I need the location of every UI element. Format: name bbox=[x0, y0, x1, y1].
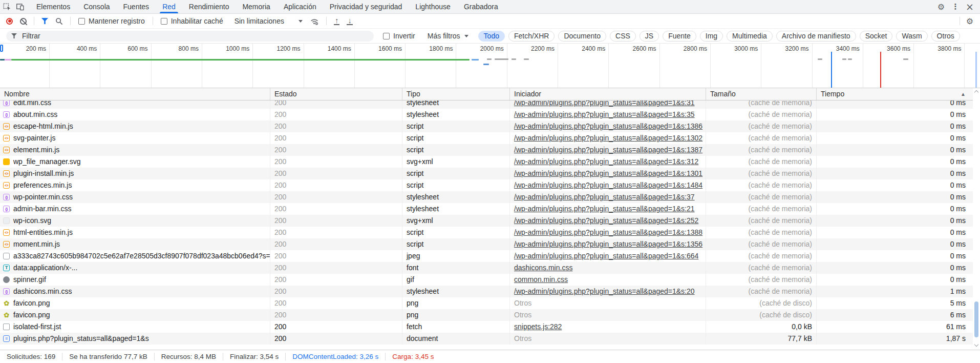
column-header-iniciador[interactable]: Iniciador bbox=[510, 88, 706, 100]
vertical-scrollbar[interactable] bbox=[973, 88, 980, 350]
filter-toggle-button[interactable] bbox=[41, 18, 48, 24]
tab-lighthouse[interactable]: Lighthouse bbox=[409, 0, 457, 13]
initiator-link[interactable]: /wp-admin/plugins.php?plugin_status=all&… bbox=[514, 100, 695, 107]
network-conditions-button[interactable] bbox=[310, 17, 319, 26]
request-row[interactable]: <>svg-painter.js200script/wp-admin/plugi… bbox=[0, 132, 980, 144]
tab-privacidad-y-seguridad[interactable]: Privacidad y seguridad bbox=[323, 0, 409, 13]
network-settings-gear-icon[interactable]: ⚙ bbox=[964, 15, 976, 27]
throttling-dropdown[interactable]: Sin limitaciones bbox=[235, 17, 303, 25]
initiator-link[interactable]: /wp-admin/plugins.php?plugin_status=all&… bbox=[514, 169, 702, 177]
invert-filter-checkbox[interactable]: Invertir bbox=[383, 32, 415, 40]
filter-input[interactable] bbox=[21, 31, 369, 41]
request-row[interactable]: {}admin-bar.min.css200stylesheet/wp-admi… bbox=[0, 203, 980, 215]
tab-red[interactable]: Red bbox=[156, 0, 182, 13]
filter-chip-img[interactable]: Img bbox=[700, 31, 723, 42]
request-row[interactable]: ≡plugins.php?plugin_status=all&paged=1&s… bbox=[0, 333, 980, 345]
filter-chip-fetch-xhr[interactable]: Fetch/XHR bbox=[508, 31, 555, 42]
filter-chip-wasm[interactable]: Wasm bbox=[896, 31, 927, 42]
more-filters-dropdown[interactable]: Más filtros bbox=[428, 32, 468, 40]
request-row[interactable]: wp-icon.svg200svg+xml/wp-admin/plugins.p… bbox=[0, 215, 980, 227]
request-row[interactable]: <>plugin-install.min.js200script/wp-admi… bbox=[0, 168, 980, 179]
request-row[interactable]: <>html-entities.min.js200script/wp-admin… bbox=[0, 227, 980, 238]
column-header-tipo[interactable]: Tipo bbox=[402, 88, 510, 100]
initiator-link[interactable]: /wp-admin/plugins.php?plugin_status=all&… bbox=[514, 287, 695, 295]
request-time-cell: 6 ms bbox=[817, 309, 980, 321]
initiator-link[interactable]: /wp-admin/plugins.php?plugin_status=all&… bbox=[514, 252, 698, 260]
device-toolbar-icon[interactable] bbox=[13, 0, 27, 13]
initiator-link[interactable]: common.min.css bbox=[514, 275, 568, 284]
close-icon[interactable]: × bbox=[964, 1, 976, 13]
filter-chip-todo[interactable]: Todo bbox=[478, 31, 505, 42]
column-header-nombre[interactable]: Nombre bbox=[0, 88, 270, 100]
initiator-link[interactable]: dashicons.min.css bbox=[514, 264, 572, 272]
request-row[interactable]: <>preferences.min.js200script/wp-admin/p… bbox=[0, 179, 980, 191]
initiator-link[interactable]: snippets.js:282 bbox=[514, 322, 562, 331]
inspect-element-icon[interactable] bbox=[0, 0, 13, 13]
initiator-link[interactable]: /wp-admin/plugins.php?plugin_status=all&… bbox=[514, 157, 698, 166]
overview-right-edge[interactable] bbox=[975, 52, 977, 88]
request-row[interactable]: ✿favicon.png200pngOtros(caché de disco)5… bbox=[0, 297, 980, 309]
request-row[interactable]: {}about.min.css200stylesheet/wp-admin/pl… bbox=[0, 109, 980, 120]
export-har-button[interactable]: ↓ bbox=[347, 17, 353, 25]
preserve-log-checkbox[interactable]: Mantener registro bbox=[78, 17, 145, 25]
column-header-tama-o[interactable]: Tamaño bbox=[706, 88, 817, 100]
filter-chip-archivo-de-manifiesto[interactable]: Archivo de manifiesto bbox=[776, 31, 856, 42]
record-network-log-button[interactable] bbox=[6, 18, 13, 25]
network-overview-timeline[interactable]: 200 ms400 ms600 ms800 ms1000 ms1200 ms14… bbox=[0, 44, 980, 88]
request-row[interactable]: {}wp-pointer.min.css200stylesheet/wp-adm… bbox=[0, 191, 980, 203]
initiator-link[interactable]: /wp-admin/plugins.php?plugin_status=all&… bbox=[514, 146, 702, 154]
request-row[interactable]: isolated-first.jst200fetchsnippets.js:28… bbox=[0, 321, 980, 333]
tab-grabadora[interactable]: Grabadora bbox=[457, 0, 505, 13]
request-name: svg-painter.js bbox=[13, 132, 55, 144]
settings-gear-icon[interactable]: ⚙ bbox=[935, 1, 947, 13]
request-row[interactable]: {}dashicons.min.css200stylesheet/wp-admi… bbox=[0, 286, 980, 297]
request-row[interactable]: <>moment.min.js200script/wp-admin/plugin… bbox=[0, 238, 980, 250]
initiator-link[interactable]: /wp-admin/plugins.php?plugin_status=all&… bbox=[514, 181, 702, 189]
filter-chip-otros[interactable]: Otros bbox=[931, 31, 960, 42]
tab-memoria[interactable]: Memoria bbox=[236, 0, 276, 13]
request-row[interactable]: {}edit.min.css200stylesheet/wp-admin/plu… bbox=[0, 100, 980, 109]
filter-chip-fuente[interactable]: Fuente bbox=[663, 31, 696, 42]
filter-chip-documento[interactable]: Documento bbox=[558, 31, 606, 42]
request-row[interactable]: a333ca82743c605b984702c5e62af7e28505d3cf… bbox=[0, 250, 980, 262]
request-row[interactable]: ✿favicon.png200pngOtros(caché de disco)6… bbox=[0, 309, 980, 321]
column-header-tiempo[interactable]: Tiempo▲ bbox=[817, 88, 980, 100]
overview-left-handle[interactable] bbox=[0, 45, 3, 52]
tab-rendimiento[interactable]: Rendimiento bbox=[182, 0, 236, 13]
tab-consola[interactable]: Consola bbox=[77, 0, 116, 13]
filter-chip-multimedia[interactable]: Multimedia bbox=[727, 31, 773, 42]
initiator-link[interactable]: /wp-admin/plugins.php?plugin_status=all&… bbox=[514, 205, 695, 213]
request-row[interactable]: Tdata:application/x-...200fontdashicons.… bbox=[0, 262, 980, 274]
request-type-cell: script bbox=[402, 144, 510, 156]
initiator-link[interactable]: /wp-admin/plugins.php?plugin_status=all&… bbox=[514, 110, 695, 118]
initiator-link[interactable]: /wp-admin/plugins.php?plugin_status=all&… bbox=[514, 122, 702, 130]
request-status-cell: 200 bbox=[270, 109, 402, 120]
request-row[interactable]: spinner.gif200gifcommon.min.css(caché de… bbox=[0, 274, 980, 286]
request-type-cell: font bbox=[402, 262, 510, 274]
request-status-cell: 200 bbox=[270, 227, 402, 238]
import-har-button[interactable]: ↑ bbox=[334, 17, 340, 25]
tab-elementos[interactable]: Elementos bbox=[30, 0, 77, 13]
tab-aplicaci-n[interactable]: Aplicación bbox=[277, 0, 323, 13]
scroll-down-icon[interactable] bbox=[974, 342, 978, 347]
request-row[interactable]: <>element.min.js200script/wp-admin/plugi… bbox=[0, 144, 980, 156]
search-button[interactable] bbox=[55, 17, 63, 25]
request-row[interactable]: wp_file_manager.svg200svg+xml/wp-admin/p… bbox=[0, 156, 980, 168]
initiator-link[interactable]: /wp-admin/plugins.php?plugin_status=all&… bbox=[514, 216, 698, 225]
initiator-link[interactable]: /wp-admin/plugins.php?plugin_status=all&… bbox=[514, 193, 695, 201]
filter-chip-js[interactable]: JS bbox=[640, 31, 659, 42]
column-header-estado[interactable]: Estado bbox=[270, 88, 402, 100]
initiator-link[interactable]: /wp-admin/plugins.php?plugin_status=all&… bbox=[514, 134, 702, 142]
initiator-link[interactable]: /wp-admin/plugins.php?plugin_status=all&… bbox=[514, 240, 702, 248]
clear-network-log-button[interactable] bbox=[20, 18, 27, 25]
initiator-link[interactable]: /wp-admin/plugins.php?plugin_status=all&… bbox=[514, 228, 702, 236]
scrollbar-thumb[interactable] bbox=[974, 301, 978, 337]
filter-chip-css[interactable]: CSS bbox=[610, 31, 636, 42]
request-row[interactable]: <>escape-html.min.js200script/wp-admin/p… bbox=[0, 120, 980, 132]
kebab-menu-icon[interactable]: ⋮ bbox=[949, 1, 962, 13]
request-type-cell: script bbox=[402, 132, 510, 144]
disable-cache-checkbox[interactable]: Inhabilitar caché bbox=[161, 17, 223, 25]
filter-chip-socket[interactable]: Socket bbox=[860, 31, 893, 42]
scroll-up-icon[interactable] bbox=[974, 90, 978, 94]
tab-fuentes[interactable]: Fuentes bbox=[117, 0, 156, 13]
